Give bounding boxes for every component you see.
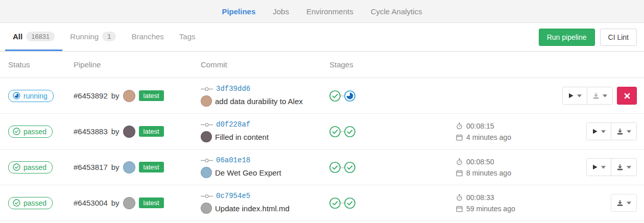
chevron-down-icon (601, 166, 606, 169)
stage-passed-icon[interactable] (344, 197, 355, 209)
cancel-pipeline-button[interactable] (617, 87, 637, 105)
commit-author-avatar[interactable] (201, 203, 212, 214)
artifacts-dropdown[interactable] (611, 123, 636, 140)
chevron-down-icon (577, 94, 582, 97)
stage-passed-icon[interactable] (329, 197, 341, 209)
tab-all[interactable]: All 16831 (5, 23, 62, 51)
passed-status-icon (13, 128, 20, 135)
status-label: passed (23, 199, 46, 207)
avatar[interactable] (123, 161, 135, 174)
header-status: Status (8, 60, 74, 69)
artifacts-dropdown[interactable] (611, 194, 636, 211)
stopwatch-icon (456, 194, 463, 201)
artifacts-dropdown[interactable] (587, 87, 612, 104)
commit-message-link[interactable]: Update index.html.md (215, 204, 290, 213)
tab-all-label: All (13, 32, 22, 41)
download-icon (616, 128, 624, 135)
manual-actions-dropdown[interactable] (587, 123, 611, 140)
artifacts-dropdown[interactable] (611, 159, 636, 176)
latest-badge: latest (139, 162, 164, 172)
pipeline-id-link[interactable]: #6453004 (74, 199, 108, 207)
pipeline-actions-group (586, 158, 637, 176)
download-icon (592, 92, 600, 100)
avatar[interactable] (123, 126, 135, 138)
tab-branches[interactable]: Branches (124, 23, 171, 51)
chevron-down-icon (627, 202, 631, 205)
avatar[interactable] (123, 90, 135, 102)
pipelines-table: Status Pipeline Commit Stages running #6… (0, 52, 644, 221)
table-header-row: Status Pipeline Commit Stages (0, 52, 644, 78)
tab-tags[interactable]: Tags (172, 23, 203, 51)
header-pipeline: Pipeline (74, 60, 201, 69)
commit-sha-link[interactable]: 06a01e18 (216, 156, 250, 164)
stage-passed-icon[interactable] (329, 90, 341, 102)
chevron-down-icon (627, 130, 631, 133)
status-badge-running[interactable]: running (8, 90, 54, 102)
tabbar-actions: Run pipeline CI Lint (539, 23, 637, 51)
pipeline-row: passed #6453004 by latest 0c7954e5 Updat… (0, 185, 644, 221)
commit-sha-link[interactable]: 0c7954e5 (216, 192, 250, 200)
chevron-down-icon (601, 130, 606, 133)
pipeline-actions-group (586, 122, 637, 140)
calendar-icon (456, 169, 463, 177)
play-icon (592, 164, 598, 170)
stage-passed-icon[interactable] (344, 162, 355, 173)
stage-passed-icon[interactable] (329, 162, 341, 173)
passed-status-icon (13, 199, 20, 207)
by-label: by (111, 127, 120, 136)
header-commit: Commit (201, 60, 329, 69)
play-icon (568, 92, 574, 99)
pipeline-id-link[interactable]: #6453883 (74, 127, 108, 136)
status-label: passed (23, 163, 46, 171)
pipeline-row: running #6453892 by latest 3df39dd6 add … (0, 78, 644, 114)
pipelines-tabbar: All 16831 Running 1 Branches Tags Run pi… (0, 23, 644, 52)
commit-author-avatar[interactable] (201, 95, 212, 107)
commit-message-link[interactable]: Filled in content (215, 133, 269, 141)
pipeline-finished-ago: 4 minutes ago (466, 133, 511, 141)
commit-message-link[interactable]: De Wet Geo Expert (215, 168, 281, 177)
status-badge-passed[interactable]: passed (8, 126, 53, 138)
pipeline-duration: 00:08:15 (466, 122, 494, 130)
pipeline-row: passed #6453817 by latest 06a01e18 De We… (0, 150, 644, 185)
nav-item-environments[interactable]: Environments (306, 7, 353, 16)
pipeline-duration: 00:08:50 (466, 158, 494, 166)
calendar-icon (456, 205, 463, 212)
header-stages: Stages (329, 60, 456, 69)
stage-running-icon[interactable] (344, 90, 355, 102)
avatar[interactable] (123, 197, 135, 209)
status-badge-passed[interactable]: passed (8, 161, 53, 174)
tab-running[interactable]: Running 1 (62, 23, 124, 51)
pipeline-id-link[interactable]: #6453817 (74, 163, 108, 171)
latest-badge: latest (139, 197, 164, 208)
commit-sha-link[interactable]: d0f228af (216, 120, 250, 129)
stage-connector (341, 167, 344, 168)
stage-connector (341, 95, 344, 96)
commit-author-avatar[interactable] (201, 131, 212, 142)
nav-item-pipelines[interactable]: Pipelines (222, 7, 255, 16)
by-label: by (111, 163, 120, 171)
commit-author-avatar[interactable] (201, 167, 212, 178)
manual-actions-dropdown[interactable] (587, 159, 611, 176)
nav-item-cycle-analytics[interactable]: Cycle Analytics (371, 7, 422, 16)
commit-icon (201, 87, 213, 91)
download-icon (616, 200, 624, 207)
stopwatch-icon (456, 158, 463, 165)
run-pipeline-button[interactable]: Run pipeline (539, 29, 595, 46)
ci-lint-button[interactable]: CI Lint (600, 29, 637, 46)
chevron-down-icon (627, 166, 631, 169)
pipeline-finished-ago: 8 minutes ago (466, 169, 511, 177)
stage-connector (341, 131, 344, 132)
pipeline-actions-group (562, 87, 613, 105)
commit-sha-link[interactable]: 3df39dd6 (216, 85, 250, 93)
nav-item-jobs[interactable]: Jobs (273, 7, 289, 16)
status-label: running (23, 92, 47, 100)
manual-actions-dropdown[interactable] (563, 87, 587, 104)
stage-passed-icon[interactable] (329, 126, 341, 137)
calendar-icon (456, 134, 463, 141)
status-label: passed (23, 128, 46, 136)
commit-message-link[interactable]: add data durability to Alex (215, 97, 303, 106)
status-badge-passed[interactable]: passed (8, 197, 53, 209)
pipeline-id-link[interactable]: #6453892 (74, 91, 108, 100)
stage-passed-icon[interactable] (344, 126, 355, 137)
stage-connector (341, 203, 344, 204)
